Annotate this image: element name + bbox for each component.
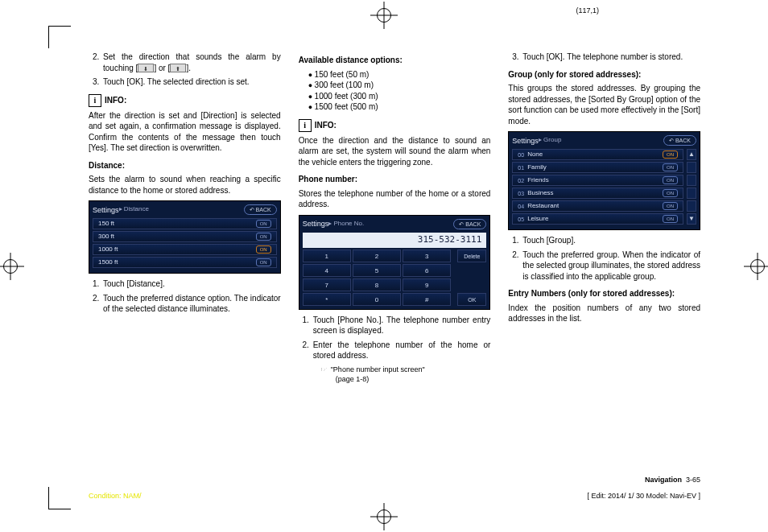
ss-breadcrumb: ▸ Group <box>539 136 561 145</box>
delete-button[interactable]: Delete <box>457 250 486 262</box>
page-coords: (117,1) <box>576 6 599 14</box>
keypad-key[interactable]: * <box>303 293 351 306</box>
ss-breadcrumb: ▸ Phone No. <box>328 220 364 229</box>
info-body: After the direction is set and [Directio… <box>89 110 281 154</box>
distance-screenshot: Settings ▸ Distance ↶ BACK 150 ftON 300 … <box>89 200 281 274</box>
scroll-down-icon[interactable]: ▼ <box>687 213 696 225</box>
list-item: Touch [Distance]. <box>101 278 281 290</box>
list-item: 1500 feet (500 m) <box>308 101 491 113</box>
crop-mark <box>48 487 71 509</box>
on-indicator: ON <box>256 258 271 266</box>
list-item: Touch [Phone No.]. The telephone number … <box>312 315 491 336</box>
group-option[interactable]: 04RestaurantON <box>512 200 683 212</box>
page-footer: Condition: NAM/ [ Edit: 2014/ 1/ 30 Mode… <box>89 492 700 500</box>
ok-button[interactable]: OK <box>457 293 486 306</box>
distance-option[interactable]: 1000 ftON <box>93 244 277 255</box>
reg-mark-left <box>0 256 21 277</box>
keypad-key[interactable]: 5 <box>353 264 401 277</box>
list-item: Set the direction that sounds the alarm … <box>101 52 281 73</box>
info-body: Once the direction and the distance to s… <box>299 135 491 168</box>
arrow-in-icon: ⬇ <box>138 64 154 72</box>
available-heading: Available distance options: <box>299 55 491 66</box>
keypad-key[interactable]: 9 <box>403 278 451 291</box>
column-1: Set the direction that sounds the alarm … <box>89 48 281 487</box>
on-indicator: ON <box>256 245 271 254</box>
list-item: 150 feet (50 m) <box>308 69 491 80</box>
back-button[interactable]: ↶ BACK <box>663 135 696 146</box>
entry-heading: Entry Numbers (only for stored addresses… <box>508 288 700 299</box>
back-button[interactable]: ↶ BACK <box>244 204 277 215</box>
on-indicator: ON <box>663 176 678 184</box>
ss-title: Settings <box>93 205 119 215</box>
entry-body: Index the position numbers of any two st… <box>508 303 700 324</box>
list-item: Touch [OK]. The telephone number is stor… <box>521 52 700 63</box>
keypad-key[interactable]: 1 <box>303 250 351 262</box>
ss-title: Settings <box>303 219 329 229</box>
group-option[interactable]: 05LeisureON <box>512 213 683 225</box>
on-indicator: ON <box>256 233 271 241</box>
list-item: Touch the preferred distance option. The… <box>101 293 281 315</box>
phone-body: Stores the telephone number of the home … <box>299 188 491 210</box>
on-indicator: ON <box>663 163 678 171</box>
keypad-key[interactable]: 8 <box>353 278 401 291</box>
ss-breadcrumb: ▸ Distance <box>119 205 149 214</box>
group-option[interactable]: 03BusinessON <box>512 188 683 199</box>
distance-body: Sets the alarm to sound when reaching a … <box>89 174 281 196</box>
group-body: This groups the stored addresses. By gro… <box>508 83 700 126</box>
page-content: Set the direction that sounds the alarm … <box>89 48 700 487</box>
on-indicator: ON <box>663 151 678 159</box>
keypad-key[interactable]: 6 <box>403 264 451 277</box>
list-item: Touch [OK]. The selected direction is se… <box>101 76 281 88</box>
distance-option[interactable]: 150 ftON <box>93 218 277 229</box>
phone-screenshot: Settings ▸ Phone No. ↶ BACK 315-532-3111… <box>299 215 491 310</box>
section-footer: Navigation 3-65 <box>645 476 700 484</box>
distance-option[interactable]: 300 ftON <box>93 231 277 242</box>
crop-mark <box>48 26 71 48</box>
distance-heading: Distance: <box>89 160 281 171</box>
column-3: Touch [OK]. The telephone number is stor… <box>508 48 700 487</box>
group-screenshot: Settings ▸ Group ↶ BACK 00NoneON▲ 01Fami… <box>508 131 700 230</box>
keypad-key[interactable]: 2 <box>353 250 401 262</box>
list-item: Touch the preferred group. When the indi… <box>521 250 700 282</box>
info-heading: iINFO: <box>299 119 491 132</box>
phone-heading: Phone number: <box>299 174 491 185</box>
reg-mark-right <box>747 256 768 277</box>
reg-mark-bottom <box>374 506 394 527</box>
list-item: Touch [Group]. <box>521 235 700 246</box>
keypad-key[interactable]: # <box>403 293 451 306</box>
info-icon: i <box>89 94 101 107</box>
keypad-key[interactable]: 7 <box>303 278 351 291</box>
reg-mark-top <box>374 5 394 26</box>
column-2: Available distance options: 150 feet (50… <box>299 48 491 487</box>
on-indicator: ON <box>256 220 271 228</box>
distance-option[interactable]: 1500 ftON <box>93 257 277 268</box>
list-item: 300 feet (100 m) <box>308 80 491 91</box>
group-heading: Group (only for stored addresses): <box>508 69 700 80</box>
info-heading: iINFO: <box>89 94 281 107</box>
on-indicator: ON <box>663 189 678 197</box>
info-icon: i <box>299 119 312 132</box>
ss-title: Settings <box>512 136 539 146</box>
group-option[interactable]: 00NoneON <box>512 149 683 160</box>
arrow-out-icon: ⬆ <box>170 64 186 72</box>
reference-icon: ☞ <box>320 365 328 374</box>
keypad-key[interactable]: 3 <box>403 250 451 262</box>
back-button[interactable]: ↶ BACK <box>453 219 486 229</box>
group-option[interactable]: 01FamilyON <box>512 162 683 173</box>
on-indicator: ON <box>663 215 678 223</box>
group-option[interactable]: 02FriendsON <box>512 175 683 186</box>
keypad-key[interactable]: 4 <box>303 264 351 277</box>
on-indicator: ON <box>663 202 678 210</box>
list-item: Enter the telephone number of the home o… <box>312 340 491 384</box>
keypad-key[interactable]: 0 <box>353 293 401 306</box>
edit-info: [ Edit: 2014/ 1/ 30 Model: Navi-EV ] <box>587 492 700 500</box>
scroll-up-icon[interactable]: ▲ <box>687 149 696 160</box>
phone-display: 315-532-3111 <box>303 233 487 248</box>
list-item: 1000 feet (300 m) <box>308 91 491 102</box>
condition-text: Condition: NAM/ <box>89 492 142 500</box>
